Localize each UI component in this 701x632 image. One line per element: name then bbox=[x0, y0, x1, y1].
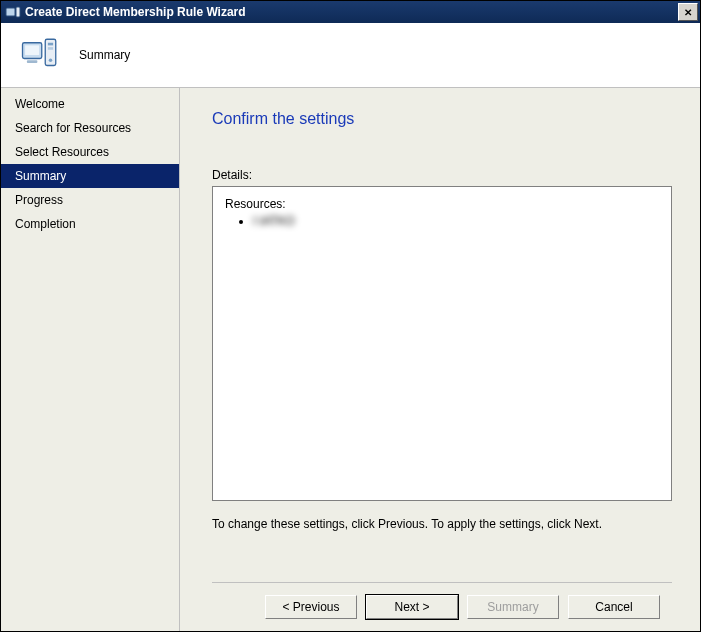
page-title: Confirm the settings bbox=[212, 110, 672, 128]
sidebar-item-select-resources[interactable]: Select Resources bbox=[1, 140, 179, 164]
sidebar-item-completion[interactable]: Completion bbox=[1, 212, 179, 236]
header: Summary bbox=[1, 23, 700, 88]
wizard-icon bbox=[19, 34, 61, 76]
app-icon bbox=[5, 4, 21, 20]
svg-point-8 bbox=[49, 59, 53, 63]
resource-name: I tATKO bbox=[253, 213, 295, 229]
button-row: < Previous Next > Summary Cancel bbox=[212, 582, 672, 631]
svg-rect-1 bbox=[16, 7, 20, 17]
sidebar-item-welcome[interactable]: Welcome bbox=[1, 92, 179, 116]
header-title: Summary bbox=[79, 48, 130, 62]
sidebar-item-search-for-resources[interactable]: Search for Resources bbox=[1, 116, 179, 140]
sidebar: Welcome Search for Resources Select Reso… bbox=[1, 88, 180, 631]
svg-rect-6 bbox=[48, 43, 53, 46]
svg-rect-7 bbox=[48, 47, 53, 50]
window-title: Create Direct Membership Rule Wizard bbox=[25, 5, 678, 19]
resources-label: Resources: bbox=[225, 197, 659, 211]
titlebar: Create Direct Membership Rule Wizard ✕ bbox=[1, 1, 700, 23]
main-panel: Confirm the settings Details: Resources:… bbox=[180, 88, 700, 631]
hint-text: To change these settings, click Previous… bbox=[212, 517, 672, 531]
next-button[interactable]: Next > bbox=[366, 595, 458, 619]
list-item: I tATKO bbox=[253, 213, 659, 229]
details-box: Resources: I tATKO bbox=[212, 186, 672, 501]
svg-rect-0 bbox=[6, 8, 15, 16]
svg-rect-4 bbox=[27, 60, 38, 63]
summary-button: Summary bbox=[467, 595, 559, 619]
sidebar-item-progress[interactable]: Progress bbox=[1, 188, 179, 212]
resources-list: I tATKO bbox=[225, 213, 659, 229]
close-button[interactable]: ✕ bbox=[678, 3, 698, 21]
svg-rect-3 bbox=[25, 45, 39, 55]
sidebar-item-summary[interactable]: Summary bbox=[1, 164, 179, 188]
wizard-window: Create Direct Membership Rule Wizard ✕ S… bbox=[0, 0, 701, 632]
details-label: Details: bbox=[212, 168, 672, 182]
previous-button[interactable]: < Previous bbox=[265, 595, 357, 619]
cancel-button[interactable]: Cancel bbox=[568, 595, 660, 619]
body: Welcome Search for Resources Select Reso… bbox=[1, 88, 700, 631]
